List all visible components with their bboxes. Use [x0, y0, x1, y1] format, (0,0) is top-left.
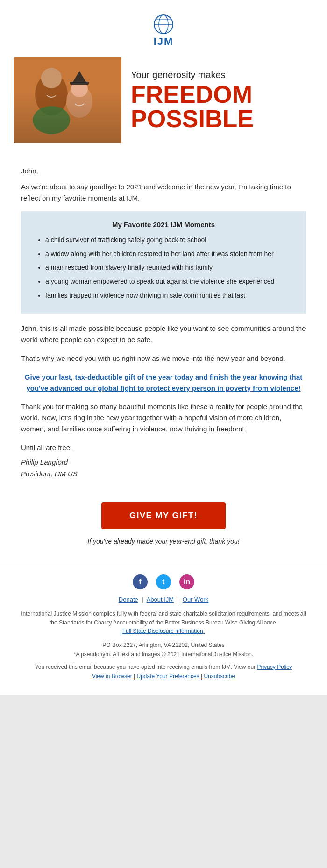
- email-container: IJM Your gene: [0, 0, 327, 695]
- highlight-heading: My Favorite 2021 IJM Moments: [35, 221, 292, 229]
- facebook-icon[interactable]: f: [133, 574, 148, 589]
- footer-address: PO Box 2227, Arlington, VA 22202, United…: [19, 640, 308, 660]
- footer-bottom: You received this email because you have…: [19, 662, 308, 681]
- update-prefs-link[interactable]: Update Your Preferences: [137, 673, 199, 680]
- hero-image: [14, 57, 121, 143]
- svg-point-7: [41, 68, 62, 88]
- hero-title-line1: FREEDOM: [131, 82, 313, 107]
- greeting: John,: [21, 167, 306, 175]
- body-content: John, As we're about to say goodbye to 2…: [0, 158, 327, 489]
- footer-links: Donate | About IJM | Our Work: [19, 596, 308, 603]
- logo-text: IJM: [9, 36, 318, 48]
- para2: John, this is all made possible because …: [21, 323, 306, 345]
- list-item: a widow along with her children restored…: [45, 249, 292, 259]
- footer: f t in Donate | About IJM | Our Work Int…: [0, 564, 327, 695]
- list-item: a young woman empowered to speak out aga…: [45, 277, 292, 287]
- para3: That's why we need you with us right now…: [21, 353, 306, 364]
- unsubscribe-link[interactable]: Unsubscribe: [204, 673, 235, 680]
- instagram-icon[interactable]: in: [179, 574, 194, 589]
- svg-point-12: [33, 106, 70, 134]
- link-separator: |: [178, 596, 179, 603]
- social-icons: f t in: [19, 574, 308, 589]
- para1: As we're about to say goodbye to 2021 an…: [21, 181, 306, 204]
- about-link[interactable]: About IJM: [147, 596, 174, 603]
- our-work-link[interactable]: Our Work: [183, 596, 208, 603]
- view-browser-link[interactable]: View in Browser: [92, 673, 132, 680]
- donate-link[interactable]: Donate: [119, 596, 138, 603]
- signature-name: Philip Langford: [21, 456, 306, 468]
- svg-rect-11: [70, 82, 89, 85]
- disclosure-link[interactable]: Full State Disclosure information.: [122, 628, 205, 634]
- ijm-globe-icon: [152, 13, 175, 36]
- give-gift-button[interactable]: GIVE MY GIFT!: [101, 502, 226, 529]
- signature-title: President, IJM US: [21, 468, 306, 480]
- para4: Thank you for making so many beautiful m…: [21, 401, 306, 435]
- already-text: If you've already made your year-end gif…: [9, 538, 318, 545]
- highlight-list: a child survivor of trafficking safely g…: [35, 235, 292, 301]
- hero-subtitle: Your generosity makes: [131, 70, 313, 80]
- hero-text: Your generosity makes FREEDOM POSSIBLE: [131, 70, 313, 131]
- list-item: families trapped in violence now thrivin…: [45, 291, 292, 301]
- hero-title-line2: POSSIBLE: [131, 107, 313, 131]
- cta-link[interactable]: Give your last, tax-deductible gift of t…: [21, 372, 306, 394]
- button-section: GIVE MY GIFT! If you've already made you…: [0, 489, 327, 550]
- twitter-icon[interactable]: t: [156, 574, 171, 589]
- hero-section: Your generosity makes FREEDOM POSSIBLE: [0, 57, 327, 158]
- highlight-box: My Favorite 2021 IJM Moments a child sur…: [21, 211, 306, 314]
- email-notice-text: You received this email because you have…: [35, 664, 256, 670]
- email-header: IJM: [0, 0, 327, 57]
- link-separator: |: [142, 596, 143, 603]
- hero-image-svg: [14, 57, 121, 143]
- closing: Until all are free,: [21, 442, 306, 453]
- svg-rect-5: [14, 57, 121, 143]
- list-item: a child survivor of trafficking safely g…: [45, 235, 292, 245]
- privacy-policy-link[interactable]: Privacy Policy: [257, 664, 292, 670]
- footer-legal: International Justice Mission complies f…: [19, 610, 308, 636]
- list-item: a man rescued from slavery finally reuni…: [45, 263, 292, 273]
